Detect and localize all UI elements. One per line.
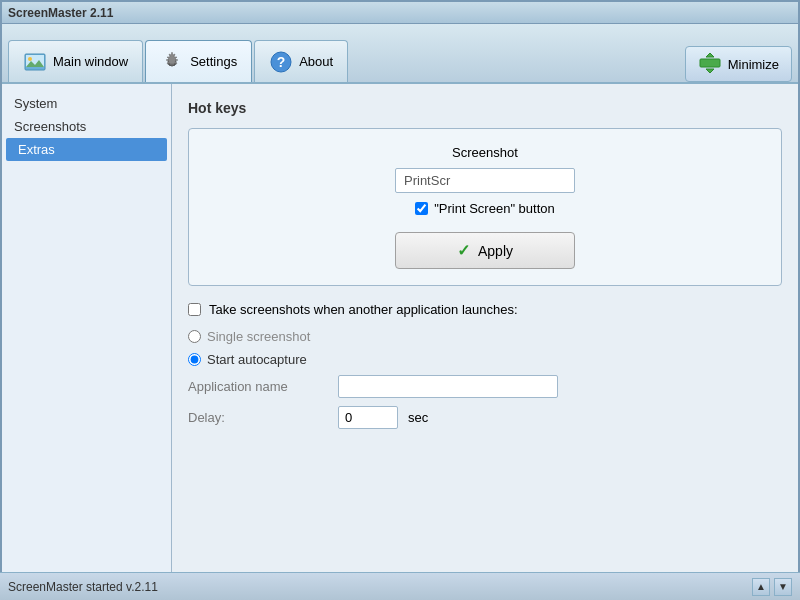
single-screenshot-radio[interactable] (188, 330, 201, 343)
take-screenshots-checkbox[interactable] (188, 303, 201, 316)
application-name-label: Application name (188, 379, 328, 394)
delay-label: Delay: (188, 410, 328, 425)
status-btn-up[interactable]: ▲ (752, 578, 770, 596)
svg-text:?: ? (277, 54, 286, 70)
single-screenshot-label: Single screenshot (207, 329, 310, 344)
tab-settings[interactable]: Settings (145, 40, 252, 82)
tab-about[interactable]: ? About (254, 40, 348, 82)
app-title: ScreenMaster 2.11 (8, 6, 113, 20)
sidebar-item-screenshots[interactable]: Screenshots (2, 115, 171, 138)
print-screen-label: "Print Screen" button (434, 201, 555, 216)
sidebar: System Screenshots Extras (2, 84, 172, 574)
tab-main-window-label: Main window (53, 54, 128, 69)
start-autocapture-label: Start autocapture (207, 352, 307, 367)
delay-row: Delay: sec (188, 406, 782, 429)
print-screen-row: "Print Screen" button (415, 201, 555, 216)
sidebar-item-screenshots-label: Screenshots (14, 119, 86, 134)
sec-label: sec (408, 410, 428, 425)
minimize-button-label: Minimize (728, 57, 779, 72)
hotkeys-box: Screenshot "Print Screen" button ✓ Apply (188, 128, 782, 286)
hotkey-input[interactable] (395, 168, 575, 193)
apply-button-label: Apply (478, 243, 513, 259)
status-text: ScreenMaster started v.2.11 (8, 580, 158, 594)
tab-main-window[interactable]: Main window (8, 40, 143, 82)
status-bar-right: ▲ ▼ (752, 578, 792, 596)
application-name-row: Application name (188, 375, 782, 398)
status-btn-down[interactable]: ▼ (774, 578, 792, 596)
minimize-icon (698, 51, 722, 78)
print-screen-checkbox[interactable] (415, 202, 428, 215)
hotkeys-section-title: Hot keys (188, 100, 782, 116)
help-icon: ? (269, 50, 293, 74)
single-screenshot-option: Single screenshot (188, 329, 782, 344)
gear-icon (160, 50, 184, 74)
content-area: Hot keys Screenshot "Print Screen" butto… (172, 84, 798, 574)
image-icon (23, 50, 47, 74)
tab-about-label: About (299, 54, 333, 69)
svg-marker-9 (706, 53, 714, 57)
minimize-button[interactable]: Minimize (685, 46, 792, 82)
title-bar: ScreenMaster 2.11 (2, 2, 798, 24)
delay-input[interactable] (338, 406, 398, 429)
apply-button[interactable]: ✓ Apply (395, 232, 575, 269)
checkmark-icon: ✓ (457, 241, 470, 260)
svg-point-3 (28, 57, 32, 61)
svg-marker-10 (706, 69, 714, 73)
tab-settings-label: Settings (190, 54, 237, 69)
start-autocapture-option: Start autocapture (188, 352, 782, 367)
sidebar-item-system[interactable]: System (2, 92, 171, 115)
take-screenshots-label: Take screenshots when another applicatio… (209, 302, 518, 317)
application-name-input[interactable] (338, 375, 558, 398)
screenshot-label: Screenshot (205, 145, 765, 160)
sidebar-item-extras[interactable]: Extras (6, 138, 167, 161)
main-layout: System Screenshots Extras Hot keys Scree… (2, 84, 798, 574)
sidebar-item-system-label: System (14, 96, 57, 111)
sidebar-item-extras-label: Extras (18, 142, 55, 157)
svg-rect-8 (700, 59, 720, 67)
status-bar: ScreenMaster started v.2.11 ▲ ▼ (0, 572, 800, 600)
start-autocapture-radio[interactable] (188, 353, 201, 366)
tab-bar: Main window Settings ? About (2, 24, 798, 84)
take-screenshots-row: Take screenshots when another applicatio… (188, 302, 782, 317)
